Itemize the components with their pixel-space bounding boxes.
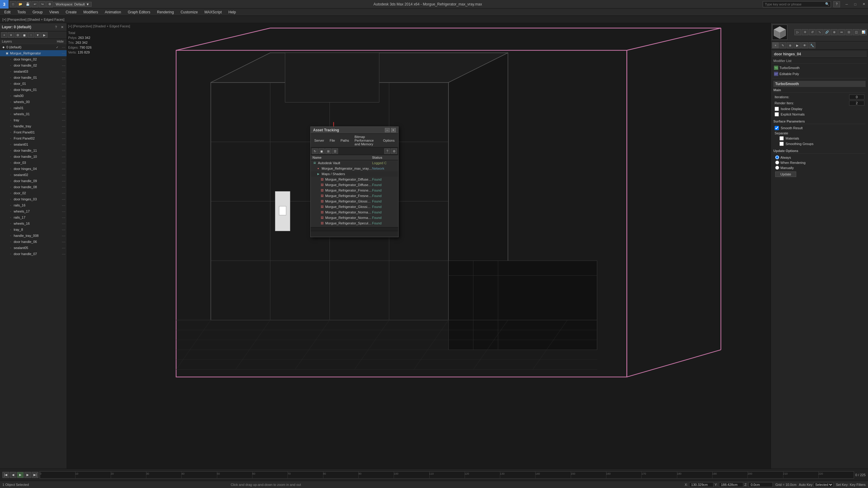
layer-item[interactable]: · wheels_01 ··· (0, 111, 67, 117)
rp-utilities-tab[interactable]: 🔧 (809, 42, 815, 48)
rp-hierarchy-tab[interactable]: ⊕ (787, 42, 794, 48)
explicit-normals-checkbox[interactable] (775, 112, 779, 117)
layer-new-button[interactable]: + (1, 32, 7, 38)
layer-item[interactable]: · rails_17 ··· (0, 214, 67, 221)
menu-customize[interactable]: Customize (177, 9, 201, 15)
settings-button[interactable]: ⚙ (46, 1, 53, 7)
smooth-result-checkbox[interactable] (775, 126, 779, 130)
asset-help-button[interactable]: ? (384, 149, 390, 154)
modifier-entry-turbosmooth[interactable]: TS TurboSmooth (772, 65, 867, 71)
layer-item[interactable]: · rails01 ··· (0, 105, 67, 111)
layer-item[interactable]: · Front Panel01 ··· (0, 129, 67, 135)
asset-row[interactable]: 🖼 Morgue_Refrigerator_Specular.png Found (311, 221, 398, 226)
render-iters-input[interactable] (849, 101, 864, 105)
search-icon[interactable]: 🔍 (824, 2, 831, 6)
asset-panel-header[interactable]: Asset Tracking ─ ✕ (311, 127, 398, 134)
asset-row[interactable]: 🖼 Morgue_Refrigerator_Fresnel_2.png Foun… (311, 193, 398, 199)
viewport-cube[interactable] (772, 25, 787, 40)
asset-scrollbar[interactable] (311, 227, 398, 231)
go-end-button[interactable]: ▶| (32, 472, 38, 478)
layer-item[interactable]: · door handle_02 ··· (0, 62, 67, 68)
viewport[interactable]: [+] [Perspective] [Shaded + Edged Faces]… (67, 23, 771, 468)
rp-layer-button[interactable]: ◫ (853, 29, 860, 35)
rp-display-tab[interactable]: 👁 (801, 42, 808, 48)
layer-item[interactable]: · door handle_01 ··· (0, 74, 67, 80)
rp-link-button[interactable]: 🔗 (824, 29, 830, 35)
layer-panel-close[interactable]: ✕ (59, 24, 65, 30)
minimize-button[interactable]: ─ (842, 0, 851, 8)
rp-modify-tab[interactable]: ✎ (779, 42, 786, 48)
timeline[interactable]: 0102030405060708090100110120130140150160… (39, 471, 854, 479)
layer-item[interactable]: · sealant03 ··· (0, 68, 67, 74)
layer-item[interactable]: · door_02 ··· (0, 190, 67, 196)
layer-settings-button[interactable]: ⚙ (14, 32, 21, 38)
layer-item[interactable]: · rails_16 ··· (0, 202, 67, 208)
layer-item[interactable]: · door hinges_02 ··· (0, 56, 67, 62)
modifier-entry-editable-poly[interactable]: EP Editable Poly (772, 71, 867, 77)
layer-item[interactable]: ◆ 0 (default) ✓ ··· (0, 44, 67, 50)
rp-graph-button[interactable]: 📊 (860, 29, 867, 35)
workspace-selector[interactable]: Workspace: Default ▼ (54, 2, 92, 7)
always-radio[interactable] (775, 155, 779, 159)
asset-row[interactable]: 🖼 Morgue_Refrigerator_Specular_2.png Fou… (311, 226, 398, 227)
asset-menu-paths[interactable]: Paths (338, 138, 351, 143)
open-button[interactable]: 📂 (17, 1, 24, 7)
materials-checkbox[interactable] (779, 136, 784, 140)
rp-align-button[interactable]: ⊟ (845, 29, 852, 35)
asset-row[interactable]: 🖼 Morgue_Refrigerator_Normal.png Found (311, 209, 398, 215)
menu-animation[interactable]: Animation (102, 9, 124, 15)
layer-item[interactable]: · door handle_08 ··· (0, 184, 67, 190)
layer-item[interactable]: · door_01 ··· (0, 80, 67, 87)
play-button[interactable]: ▶ (17, 472, 24, 478)
asset-menu-server[interactable]: Server (312, 138, 327, 143)
layer-item[interactable]: · sealant01 ··· (0, 141, 67, 148)
help-button[interactable]: ? (833, 1, 840, 7)
layer-item[interactable]: · door handle_11 ··· (0, 148, 67, 154)
next-frame-button[interactable]: ▶ (24, 472, 31, 478)
layer-item[interactable]: · door handle_09 ··· (0, 178, 67, 184)
redo-button[interactable]: ↪ (39, 1, 45, 7)
manually-radio[interactable] (775, 166, 779, 170)
menu-modifiers[interactable]: Modifiers (80, 9, 101, 15)
menu-views[interactable]: Views (46, 9, 62, 15)
asset-menu-file[interactable]: File (327, 138, 337, 143)
asset-settings-button[interactable]: ⚙ (391, 149, 397, 154)
asset-menu-bitmap[interactable]: Bitmap Performance and Memory (352, 134, 380, 147)
undo-button[interactable]: ↩ (32, 1, 38, 7)
asset-list[interactable]: 🏛 Autodesk Vault Logged C ● Morgue_Refri… (311, 160, 398, 227)
layer-item[interactable]: · handle_tray_008 ··· (0, 233, 67, 239)
layer-delete-button[interactable]: ✕ (8, 32, 14, 38)
rp-create-tab[interactable]: + (772, 42, 779, 48)
layer-item[interactable]: · wheels_17 ··· (0, 208, 67, 214)
layer-item[interactable]: · door handle_06 ··· (0, 239, 67, 245)
asset-row[interactable]: 🖼 Morgue_Refrigerator_Glossiness.png Fou… (311, 199, 398, 204)
layer-item[interactable]: · sealant02 ··· (0, 172, 67, 178)
layer-panel-help[interactable]: ? (53, 24, 59, 30)
layer-item[interactable]: · door hinges_04 ··· (0, 166, 67, 172)
rp-rotate-button[interactable]: ↺ (809, 29, 816, 35)
rp-mirror-button[interactable]: ⇔ (838, 29, 845, 35)
layer-item[interactable]: · sealant05 ··· (0, 245, 67, 251)
asset-row[interactable]: 🖼 Morgue_Refrigerator_Glossiness_2.png F… (311, 204, 398, 209)
save-button[interactable]: 💾 (24, 1, 31, 7)
asset-row[interactable]: 🖼 Morgue_Refrigerator_Diffuse_2.png Foun… (311, 182, 398, 188)
layer-item[interactable]: · door handle_07 ··· (0, 251, 67, 257)
menu-tools[interactable]: Tools (14, 9, 29, 15)
rp-move-button[interactable]: ✛ (802, 29, 808, 35)
layer-list[interactable]: ◆ 0 (default) ✓ ··· ▣ Morgue_Refrigerato… (0, 44, 67, 468)
rp-snap-button[interactable]: ⊕ (831, 29, 838, 35)
menu-help[interactable]: Help (225, 9, 239, 15)
prev-frame-button[interactable]: ◀ (10, 472, 17, 478)
layer-item[interactable]: · tray ··· (0, 117, 67, 123)
asset-row[interactable]: 🖼 Morgue_Refrigerator_Fresnel.png Found (311, 188, 398, 193)
layer-item[interactable]: · tray_8 ··· (0, 227, 67, 233)
asset-row[interactable]: 🏛 Autodesk Vault Logged C (311, 160, 398, 166)
menu-create[interactable]: Create (63, 9, 80, 15)
asset-row[interactable]: 🖼 Morgue_Refrigerator_Normal_2.png Found (311, 215, 398, 221)
smoothing-groups-checkbox[interactable] (779, 142, 784, 146)
asset-refresh-button[interactable]: ↻ (312, 149, 318, 154)
layer-item[interactable]: · rails00 ··· (0, 93, 67, 99)
x-value[interactable]: 130.329cm (689, 482, 713, 487)
selection-filter[interactable]: Selected All (813, 482, 833, 487)
menu-graph-editors[interactable]: Graph Editors (125, 9, 153, 15)
